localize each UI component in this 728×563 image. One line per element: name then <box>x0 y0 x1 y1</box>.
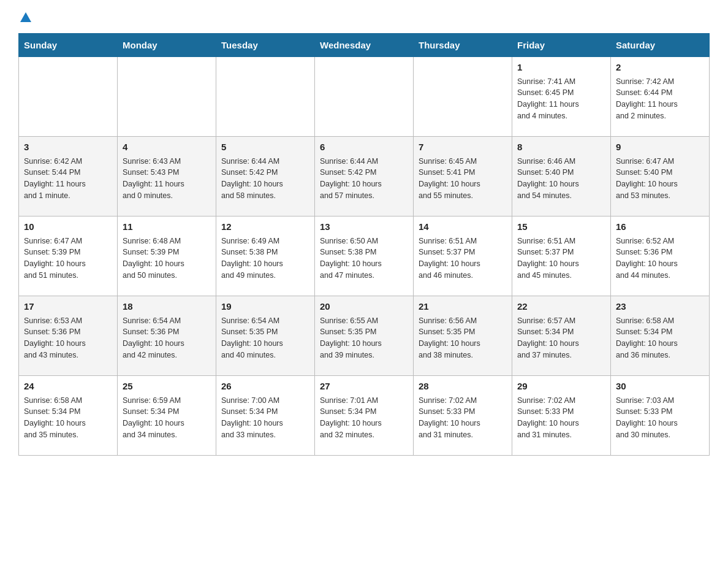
calendar-cell: 6Sunrise: 6:44 AM Sunset: 5:42 PM Daylig… <box>315 137 414 216</box>
day-info: Sunrise: 6:45 AM Sunset: 5:41 PM Dayligh… <box>419 156 507 202</box>
day-number: 22 <box>517 300 605 314</box>
calendar-cell: 8Sunrise: 6:46 AM Sunset: 5:40 PM Daylig… <box>512 137 611 216</box>
page-header <box>18 12 710 21</box>
day-info: Sunrise: 6:51 AM Sunset: 5:37 PM Dayligh… <box>419 236 507 282</box>
header-thursday: Thursday <box>414 34 512 57</box>
calendar-cell: 20Sunrise: 6:55 AM Sunset: 5:35 PM Dayli… <box>315 296 414 376</box>
day-number: 17 <box>24 300 112 314</box>
day-number: 18 <box>123 300 211 314</box>
calendar-week-row: 17Sunrise: 6:53 AM Sunset: 5:36 PM Dayli… <box>19 296 710 376</box>
day-number: 7 <box>419 140 507 155</box>
day-number: 11 <box>123 220 211 234</box>
header-friday: Friday <box>512 34 611 57</box>
day-info: Sunrise: 6:43 AM Sunset: 5:43 PM Dayligh… <box>123 156 211 202</box>
calendar-cell: 15Sunrise: 6:51 AM Sunset: 5:37 PM Dayli… <box>512 216 611 296</box>
calendar-cell: 1Sunrise: 7:41 AM Sunset: 6:45 PM Daylig… <box>512 57 611 137</box>
day-number: 9 <box>616 140 704 155</box>
calendar-cell: 19Sunrise: 6:54 AM Sunset: 5:35 PM Dayli… <box>216 296 315 376</box>
calendar-table: SundayMondayTuesdayWednesdayThursdayFrid… <box>18 33 710 456</box>
calendar-cell: 25Sunrise: 6:59 AM Sunset: 5:34 PM Dayli… <box>118 376 216 456</box>
calendar-cell: 22Sunrise: 6:57 AM Sunset: 5:34 PM Dayli… <box>512 296 611 376</box>
day-number: 21 <box>419 300 507 314</box>
day-number: 24 <box>24 380 112 394</box>
day-number: 26 <box>221 380 309 394</box>
day-info: Sunrise: 7:42 AM Sunset: 6:44 PM Dayligh… <box>616 76 704 122</box>
calendar-cell <box>414 57 512 137</box>
day-number: 12 <box>221 220 309 234</box>
day-number: 20 <box>320 300 408 314</box>
header-monday: Monday <box>118 34 216 57</box>
day-info: Sunrise: 6:46 AM Sunset: 5:40 PM Dayligh… <box>517 156 605 202</box>
header-tuesday: Tuesday <box>216 34 315 57</box>
calendar-cell: 14Sunrise: 6:51 AM Sunset: 5:37 PM Dayli… <box>414 216 512 296</box>
logo <box>18 12 31 21</box>
day-info: Sunrise: 7:01 AM Sunset: 5:34 PM Dayligh… <box>320 395 408 441</box>
day-info: Sunrise: 6:44 AM Sunset: 5:42 PM Dayligh… <box>221 156 309 202</box>
day-info: Sunrise: 6:47 AM Sunset: 5:40 PM Dayligh… <box>616 156 704 202</box>
day-number: 16 <box>616 220 704 234</box>
day-info: Sunrise: 6:51 AM Sunset: 5:37 PM Dayligh… <box>517 236 605 282</box>
calendar-cell: 17Sunrise: 6:53 AM Sunset: 5:36 PM Dayli… <box>19 296 118 376</box>
day-number: 25 <box>123 380 211 394</box>
day-info: Sunrise: 6:49 AM Sunset: 5:38 PM Dayligh… <box>221 236 309 282</box>
day-number: 30 <box>616 380 704 394</box>
calendar-cell: 24Sunrise: 6:58 AM Sunset: 5:34 PM Dayli… <box>19 376 118 456</box>
day-number: 6 <box>320 140 408 155</box>
calendar-cell <box>19 57 118 137</box>
day-number: 5 <box>221 140 309 155</box>
calendar-cell: 10Sunrise: 6:47 AM Sunset: 5:39 PM Dayli… <box>19 216 118 296</box>
header-saturday: Saturday <box>611 34 710 57</box>
day-info: Sunrise: 6:56 AM Sunset: 5:35 PM Dayligh… <box>419 315 507 361</box>
day-info: Sunrise: 7:00 AM Sunset: 5:34 PM Dayligh… <box>221 395 309 441</box>
calendar-cell: 5Sunrise: 6:44 AM Sunset: 5:42 PM Daylig… <box>216 137 315 216</box>
header-wednesday: Wednesday <box>315 34 414 57</box>
calendar-cell: 2Sunrise: 7:42 AM Sunset: 6:44 PM Daylig… <box>611 57 710 137</box>
calendar-cell: 28Sunrise: 7:02 AM Sunset: 5:33 PM Dayli… <box>414 376 512 456</box>
calendar-week-row: 1Sunrise: 7:41 AM Sunset: 6:45 PM Daylig… <box>19 57 710 137</box>
day-number: 8 <box>517 140 605 155</box>
day-number: 28 <box>419 380 507 394</box>
calendar-cell: 12Sunrise: 6:49 AM Sunset: 5:38 PM Dayli… <box>216 216 315 296</box>
day-info: Sunrise: 6:50 AM Sunset: 5:38 PM Dayligh… <box>320 236 408 282</box>
calendar-cell <box>118 57 216 137</box>
day-info: Sunrise: 7:02 AM Sunset: 5:33 PM Dayligh… <box>419 395 507 441</box>
day-number: 19 <box>221 300 309 314</box>
day-number: 10 <box>24 220 112 234</box>
day-info: Sunrise: 6:44 AM Sunset: 5:42 PM Dayligh… <box>320 156 408 202</box>
calendar-cell: 30Sunrise: 7:03 AM Sunset: 5:33 PM Dayli… <box>611 376 710 456</box>
day-info: Sunrise: 7:03 AM Sunset: 5:33 PM Dayligh… <box>616 395 704 441</box>
day-info: Sunrise: 6:57 AM Sunset: 5:34 PM Dayligh… <box>517 315 605 361</box>
calendar-cell: 3Sunrise: 6:42 AM Sunset: 5:44 PM Daylig… <box>19 137 118 216</box>
day-info: Sunrise: 6:47 AM Sunset: 5:39 PM Dayligh… <box>24 236 112 282</box>
day-number: 1 <box>517 61 605 75</box>
logo-triangle-icon <box>20 12 31 22</box>
day-info: Sunrise: 6:58 AM Sunset: 5:34 PM Dayligh… <box>24 395 112 441</box>
calendar-week-row: 3Sunrise: 6:42 AM Sunset: 5:44 PM Daylig… <box>19 137 710 216</box>
day-info: Sunrise: 6:42 AM Sunset: 5:44 PM Dayligh… <box>24 156 112 202</box>
calendar-cell: 26Sunrise: 7:00 AM Sunset: 5:34 PM Dayli… <box>216 376 315 456</box>
calendar-week-row: 10Sunrise: 6:47 AM Sunset: 5:39 PM Dayli… <box>19 216 710 296</box>
day-number: 23 <box>616 300 704 314</box>
header-sunday: Sunday <box>19 34 118 57</box>
day-number: 4 <box>123 140 211 155</box>
calendar-cell: 23Sunrise: 6:58 AM Sunset: 5:34 PM Dayli… <box>611 296 710 376</box>
calendar-header-row: SundayMondayTuesdayWednesdayThursdayFrid… <box>19 34 710 57</box>
day-info: Sunrise: 7:41 AM Sunset: 6:45 PM Dayligh… <box>517 76 605 122</box>
calendar-cell: 27Sunrise: 7:01 AM Sunset: 5:34 PM Dayli… <box>315 376 414 456</box>
day-info: Sunrise: 6:59 AM Sunset: 5:34 PM Dayligh… <box>123 395 211 441</box>
calendar-cell: 21Sunrise: 6:56 AM Sunset: 5:35 PM Dayli… <box>414 296 512 376</box>
calendar-cell: 9Sunrise: 6:47 AM Sunset: 5:40 PM Daylig… <box>611 137 710 216</box>
calendar-cell: 29Sunrise: 7:02 AM Sunset: 5:33 PM Dayli… <box>512 376 611 456</box>
day-info: Sunrise: 6:54 AM Sunset: 5:36 PM Dayligh… <box>123 315 211 361</box>
calendar-cell: 16Sunrise: 6:52 AM Sunset: 5:36 PM Dayli… <box>611 216 710 296</box>
day-number: 27 <box>320 380 408 394</box>
calendar-cell: 18Sunrise: 6:54 AM Sunset: 5:36 PM Dayli… <box>118 296 216 376</box>
day-info: Sunrise: 6:48 AM Sunset: 5:39 PM Dayligh… <box>123 236 211 282</box>
calendar-cell: 4Sunrise: 6:43 AM Sunset: 5:43 PM Daylig… <box>118 137 216 216</box>
day-number: 3 <box>24 140 112 155</box>
day-info: Sunrise: 6:55 AM Sunset: 5:35 PM Dayligh… <box>320 315 408 361</box>
calendar-cell: 11Sunrise: 6:48 AM Sunset: 5:39 PM Dayli… <box>118 216 216 296</box>
day-info: Sunrise: 6:53 AM Sunset: 5:36 PM Dayligh… <box>24 315 112 361</box>
calendar-cell <box>216 57 315 137</box>
calendar-cell <box>315 57 414 137</box>
